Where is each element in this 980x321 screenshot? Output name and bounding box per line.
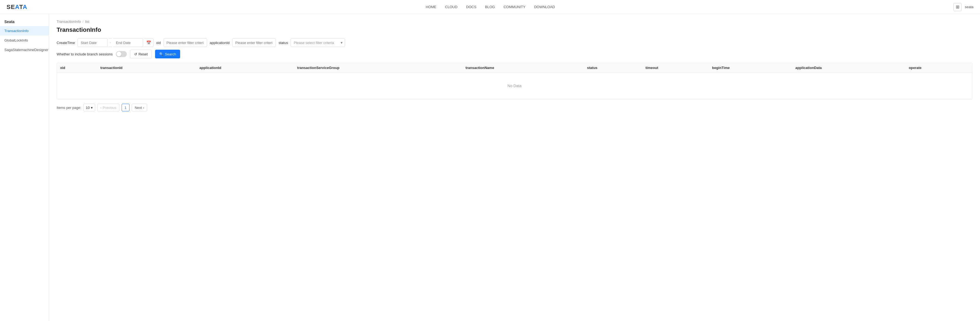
col-transaction-name: transactionName [462, 63, 584, 73]
reset-button[interactable]: ↺ Reset [130, 50, 152, 59]
breadcrumb: TransactionInfo / list [57, 19, 972, 24]
calendar-icon[interactable]: 📅 [144, 38, 153, 47]
nav-download[interactable]: DOWNLOAD [534, 5, 555, 9]
branch-sessions-toggle[interactable] [116, 51, 127, 57]
app-id-input[interactable] [232, 38, 276, 47]
reset-icon: ↺ [134, 52, 137, 56]
items-per-page-label: Items per page: [57, 106, 81, 110]
nav-user[interactable]: seata [965, 5, 974, 9]
end-date-input[interactable] [113, 38, 143, 47]
page-title: TransactionInfo [57, 26, 972, 33]
date-range-group: - 📅 [78, 38, 153, 47]
nav-community[interactable]: COMMUNITY [504, 5, 525, 9]
reset-label: Reset [138, 52, 148, 56]
col-status: status [584, 63, 642, 73]
filter-row2: Whether to include branch sessions ↺ Res… [57, 50, 972, 59]
nav-home[interactable]: HOME [426, 5, 436, 9]
branch-sessions-label: Whether to include branch sessions [57, 52, 113, 56]
sidebar: Seata TransactionInfo GlobalLockInfo Sag… [0, 14, 49, 321]
xid-label: xid [156, 41, 161, 45]
logo: SEATA [6, 3, 27, 11]
table-wrap: xid transactionId applicationId transact… [57, 63, 972, 100]
icon-button[interactable]: ⊞ [953, 3, 961, 11]
per-page-arrow: ▾ [91, 106, 93, 110]
pagination-bar: Items per page: 10 ▾ ‹ Previous 1 Next › [57, 104, 972, 111]
app-id-label: applicationId [210, 41, 230, 45]
nav-docs[interactable]: DOCS [466, 5, 476, 9]
toggle-thumb [116, 52, 121, 57]
sidebar-section-title: Seata [0, 17, 49, 26]
nav-links: HOME CLOUD DOCS BLOG COMMUNITY DOWNLOAD [426, 5, 555, 9]
topnav: SEATA HOME CLOUD DOCS BLOG COMMUNITY DOW… [0, 0, 980, 14]
nav-cloud[interactable]: CLOUD [445, 5, 458, 9]
logo-a2: A [22, 3, 27, 10]
transaction-table: xid transactionId applicationId transact… [57, 63, 972, 99]
prev-button[interactable]: ‹ Previous [97, 104, 119, 111]
logo-se: SE [6, 3, 15, 10]
col-app-data: applicationData [792, 63, 905, 73]
status-label: status [278, 41, 288, 45]
layout: Seata TransactionInfo GlobalLockInfo Sag… [0, 14, 980, 321]
sidebar-item-transaction-info[interactable]: TransactionInfo [0, 26, 49, 36]
next-button[interactable]: Next › [132, 104, 147, 111]
sidebar-item-saga-designer[interactable]: SagaStatemachineDesigner [0, 45, 49, 55]
nav-blog[interactable]: BLOG [485, 5, 495, 9]
filter-bar: CreateTime - 📅 xid applicationId status … [57, 38, 972, 47]
date-separator: - [108, 38, 112, 47]
col-xid: xid [57, 63, 97, 73]
status-select-value: Please select filter criteria [291, 41, 339, 45]
table-header-row: xid transactionId applicationId transact… [57, 63, 972, 73]
breadcrumb-sep: / [83, 19, 84, 24]
status-select[interactable]: Please select filter criteria ▾ [291, 38, 345, 47]
sidebar-item-global-lock-info[interactable]: GlobalLockInfo [0, 36, 49, 45]
col-timeout: timeout [642, 63, 709, 73]
main-content: TransactionInfo / list TransactionInfo C… [49, 14, 980, 321]
per-page-value: 10 [86, 106, 89, 110]
table-no-data-row: No Data [57, 73, 972, 99]
prev-label: Previous [103, 106, 116, 110]
page-1-button[interactable]: 1 [122, 104, 129, 111]
xid-input[interactable] [164, 38, 207, 47]
no-data-text: No Data [57, 73, 972, 99]
per-page-select[interactable]: 10 ▾ [83, 104, 95, 111]
search-button[interactable]: 🔍 Search [155, 50, 180, 59]
chevron-down-icon: ▾ [339, 41, 345, 45]
next-label: Next [135, 106, 142, 110]
col-transaction-id: transactionId [97, 63, 196, 73]
breadcrumb-parent: TransactionInfo [57, 19, 81, 24]
col-service-group: transactionServiceGroup [294, 63, 462, 73]
logo-a1: A [15, 3, 19, 10]
chevron-left-icon: ‹ [100, 106, 102, 110]
search-icon: 🔍 [159, 52, 164, 56]
breadcrumb-current: list [85, 19, 89, 24]
toggle-wrap [116, 51, 127, 57]
logo-t: T [19, 3, 23, 10]
chevron-right-icon: › [143, 106, 144, 110]
search-label: Search [165, 52, 176, 56]
col-begin-time: beginTime [709, 63, 792, 73]
nav-right: ⊞ seata [953, 3, 974, 11]
create-time-label: CreateTime [57, 41, 75, 45]
col-application-id: applicationId [196, 63, 294, 73]
table-body: No Data [57, 73, 972, 99]
col-operate: operate [905, 63, 972, 73]
start-date-input[interactable] [78, 38, 107, 47]
